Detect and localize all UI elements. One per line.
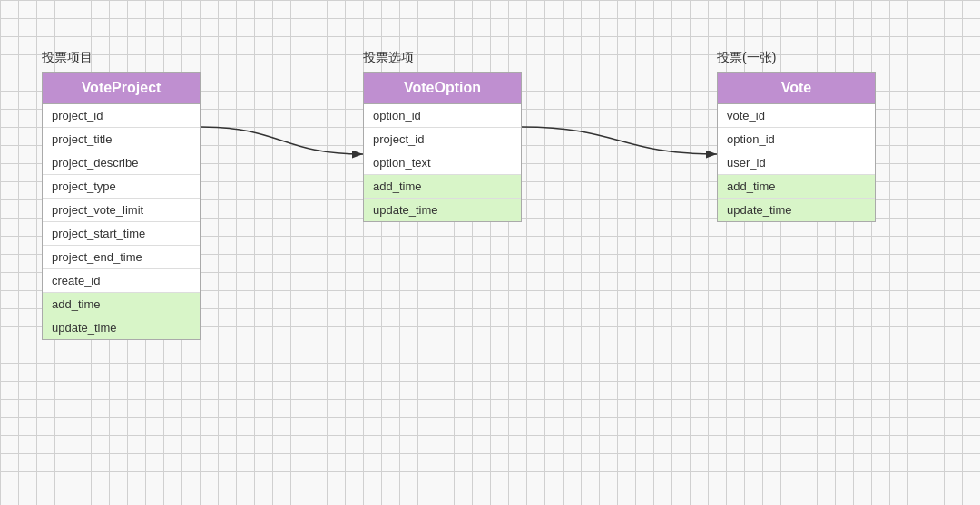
table-row-vote_project-7: create_id bbox=[43, 269, 200, 293]
table-row-vote_option-4: update_time bbox=[364, 199, 521, 221]
table-box-vote: Votevote_idoption_iduser_idadd_timeupdat… bbox=[717, 72, 876, 222]
table-row-vote_project-9: update_time bbox=[43, 316, 200, 339]
table-row-vote_option-2: option_text bbox=[364, 151, 521, 175]
table-row-vote_project-4: project_vote_limit bbox=[43, 199, 200, 222]
table-box-vote_option: VoteOptionoption_idproject_idoption_text… bbox=[363, 72, 522, 222]
table-row-vote-3: add_time bbox=[718, 175, 875, 199]
table-row-vote_option-0: option_id bbox=[364, 104, 521, 128]
table-row-vote_option-1: project_id bbox=[364, 128, 521, 151]
table-row-vote_option-3: add_time bbox=[364, 175, 521, 199]
table-row-vote-2: user_id bbox=[718, 151, 875, 175]
table-group-vote_option: 投票选项VoteOptionoption_idproject_idoption_… bbox=[363, 50, 522, 222]
table-row-vote-4: update_time bbox=[718, 199, 875, 221]
table-row-vote_project-6: project_end_time bbox=[43, 246, 200, 269]
table-row-vote_project-8: add_time bbox=[43, 293, 200, 316]
table-header-vote: Vote bbox=[718, 73, 875, 104]
table-group-vote: 投票(一张)Votevote_idoption_iduser_idadd_tim… bbox=[717, 50, 876, 222]
table-header-vote_option: VoteOption bbox=[364, 73, 521, 104]
table-group-vote_project: 投票项目VoteProjectproject_idproject_titlepr… bbox=[42, 50, 201, 340]
table-box-vote_project: VoteProjectproject_idproject_titleprojec… bbox=[42, 72, 201, 340]
table-row-vote-1: option_id bbox=[718, 128, 875, 151]
table-label-vote: 投票(一张) bbox=[717, 50, 776, 66]
table-row-vote_project-3: project_type bbox=[43, 175, 200, 199]
table-header-vote_project: VoteProject bbox=[43, 73, 200, 104]
table-row-vote-0: vote_id bbox=[718, 104, 875, 128]
table-label-vote_project: 投票项目 bbox=[42, 50, 93, 66]
table-row-vote_project-0: project_id bbox=[43, 104, 200, 128]
table-row-vote_project-5: project_start_time bbox=[43, 222, 200, 246]
diagram-container: 投票项目VoteProjectproject_idproject_titlepr… bbox=[0, 0, 980, 505]
table-label-vote_option: 投票选项 bbox=[363, 50, 414, 66]
table-row-vote_project-1: project_title bbox=[43, 128, 200, 151]
table-row-vote_project-2: project_describe bbox=[43, 151, 200, 175]
